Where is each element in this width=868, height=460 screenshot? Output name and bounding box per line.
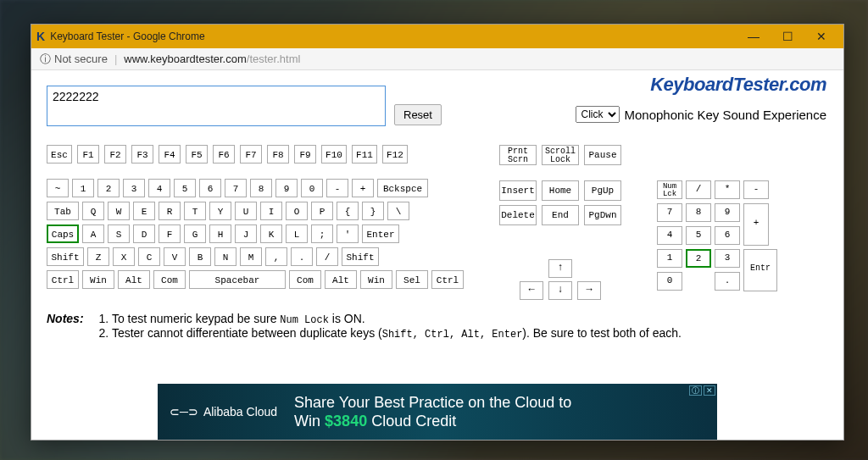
key-p[interactable]: P: [311, 202, 333, 220]
key-np-star[interactable]: *: [715, 180, 740, 199]
key-left-arrow[interactable]: ←: [520, 281, 543, 300]
key-right-arrow[interactable]: →: [577, 281, 601, 300]
minimize-button[interactable]: —: [737, 25, 771, 48]
key-minus[interactable]: -: [326, 179, 348, 197]
key-g[interactable]: G: [184, 224, 206, 243]
key-t[interactable]: T: [184, 202, 206, 220]
key-x[interactable]: X: [113, 247, 135, 266]
key-f1[interactable]: F1: [77, 145, 99, 163]
key-f6[interactable]: F6: [213, 145, 235, 163]
key-np-1[interactable]: 1: [657, 249, 682, 268]
key-np-enter[interactable]: Entr: [743, 249, 777, 291]
key-d[interactable]: D: [133, 224, 155, 243]
key-tab[interactable]: Tab: [47, 202, 79, 220]
key-insert[interactable]: Insert: [499, 180, 537, 201]
titlebar[interactable]: K Keyboard Tester - Google Chrome — ☐ ✕: [31, 25, 843, 48]
key-np-dot[interactable]: .: [715, 272, 740, 291]
key-q[interactable]: Q: [82, 202, 104, 220]
key-f7[interactable]: F7: [240, 145, 262, 163]
ad-close-icon[interactable]: ✕: [704, 385, 715, 396]
key-lcom[interactable]: Com: [153, 270, 186, 289]
ad-info-icon[interactable]: ⓘ: [689, 385, 702, 396]
key-spacebar[interactable]: Spacebar: [189, 270, 286, 289]
key-i[interactable]: I: [260, 202, 282, 220]
key-rbrace[interactable]: }: [362, 202, 384, 220]
key-up-arrow[interactable]: ↑: [548, 259, 572, 278]
key-lwin[interactable]: Win: [82, 270, 114, 289]
key-f3[interactable]: F3: [131, 145, 153, 163]
key-7[interactable]: 7: [225, 179, 247, 197]
key-3[interactable]: 3: [123, 179, 145, 197]
key-slash[interactable]: /: [316, 247, 338, 266]
key-f9[interactable]: F9: [294, 145, 316, 163]
sound-select[interactable]: Click: [576, 106, 620, 123]
key-np-2[interactable]: 2: [686, 249, 711, 268]
key-np-3[interactable]: 3: [715, 249, 740, 268]
key-prntscrn[interactable]: PrntScrn: [499, 145, 537, 165]
key-sel[interactable]: Sel: [396, 270, 428, 289]
key-6[interactable]: 6: [199, 179, 221, 197]
key-m[interactable]: M: [240, 247, 262, 266]
key-2[interactable]: 2: [97, 179, 120, 197]
test-input[interactable]: [47, 86, 386, 126]
key-e[interactable]: E: [133, 202, 155, 220]
key-y[interactable]: Y: [209, 202, 231, 220]
key-0[interactable]: 0: [301, 179, 323, 197]
key-pgup[interactable]: PgUp: [584, 180, 621, 201]
key-scrolllock[interactable]: ScrollLock: [542, 145, 579, 165]
key-f[interactable]: F: [159, 224, 181, 243]
key-np-6[interactable]: 6: [715, 226, 740, 245]
key-f4[interactable]: F4: [159, 145, 181, 163]
key-h[interactable]: H: [209, 224, 231, 243]
key-np-minus[interactable]: -: [743, 180, 769, 199]
key-n[interactable]: N: [214, 247, 236, 266]
key-down-arrow[interactable]: ↓: [548, 281, 572, 300]
ad-banner[interactable]: ⊂─⊃ Alibaba Cloud Share Your Best Practi…: [158, 384, 717, 440]
key-j[interactable]: J: [235, 224, 257, 243]
key-np-7[interactable]: 7: [657, 203, 682, 222]
key-np-5[interactable]: 5: [686, 226, 711, 245]
key-4[interactable]: 4: [148, 179, 170, 197]
key-8[interactable]: 8: [250, 179, 272, 197]
key-home[interactable]: Home: [542, 180, 579, 201]
key-np-9[interactable]: 9: [715, 203, 740, 222]
key-quote[interactable]: ': [337, 224, 359, 243]
key-f10[interactable]: F10: [321, 145, 347, 163]
key-f8[interactable]: F8: [267, 145, 289, 163]
key-comma[interactable]: ,: [265, 247, 287, 266]
key-end[interactable]: End: [542, 205, 579, 225]
key-f2[interactable]: F2: [104, 145, 126, 163]
key-ralt[interactable]: Alt: [325, 270, 357, 289]
key-o[interactable]: O: [286, 202, 308, 220]
key-period[interactable]: .: [291, 247, 313, 266]
key-pause[interactable]: Pause: [584, 145, 621, 165]
key-l[interactable]: L: [286, 224, 308, 243]
key-rctrl[interactable]: Ctrl: [431, 270, 464, 289]
maximize-button[interactable]: ☐: [771, 25, 804, 48]
site-logo[interactable]: KeyboardTester.com: [650, 74, 826, 96]
key-lbrace[interactable]: {: [337, 202, 359, 220]
key-u[interactable]: U: [235, 202, 257, 220]
key-semicolon[interactable]: ;: [311, 224, 333, 243]
close-button[interactable]: ✕: [804, 25, 838, 48]
key-enter[interactable]: Enter: [362, 224, 399, 243]
key-np-8[interactable]: 8: [686, 203, 711, 222]
key-9[interactable]: 9: [275, 179, 298, 197]
reset-button[interactable]: Reset: [394, 104, 442, 125]
key-np-0[interactable]: 0: [657, 272, 682, 291]
key-z[interactable]: Z: [87, 247, 109, 266]
key-caps[interactable]: Caps: [47, 224, 79, 243]
key-lctrl[interactable]: Ctrl: [47, 270, 79, 289]
key-v[interactable]: V: [164, 247, 186, 266]
key-numlock[interactable]: NumLck: [657, 180, 682, 199]
address-bar[interactable]: ⓘ Not secure | www.keyboardtester.com/te…: [31, 48, 843, 70]
key-lshift[interactable]: Shift: [47, 247, 84, 266]
key-s[interactable]: S: [108, 224, 130, 243]
key-plus[interactable]: +: [352, 179, 374, 197]
key-f5[interactable]: F5: [186, 145, 208, 163]
key-f12[interactable]: F12: [382, 145, 408, 163]
key-rshift[interactable]: Shift: [342, 247, 379, 266]
key-np-plus[interactable]: +: [743, 203, 769, 246]
key-np-4[interactable]: 4: [657, 226, 682, 245]
key-5[interactable]: 5: [174, 179, 196, 197]
